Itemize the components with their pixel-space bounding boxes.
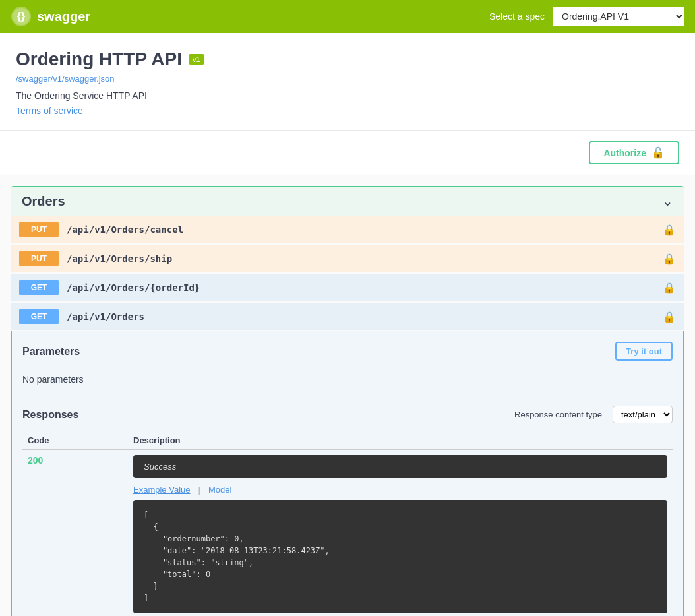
endpoint-path-ship: /api/v1/Orders/ship [67, 253, 663, 264]
logo: {} swagger [11, 6, 90, 27]
response-row-200: 200 Success Example Value | Model [ { "o… [22, 450, 673, 617]
header-right: Select a spec Ordering.API V1 [489, 7, 684, 26]
col-description-header: Description [128, 431, 673, 450]
code-sample-200: [ { "ordernumber": 0, "date": "2018-08-1… [133, 500, 667, 613]
example-value-tab[interactable]: Example Value [133, 485, 190, 495]
main-header: {} swagger Select a spec Ordering.API V1 [0, 0, 695, 33]
orders-section-header[interactable]: Orders ⌄ [11, 187, 684, 216]
response-code-200: 200 [28, 455, 43, 466]
orders-section: Orders ⌄ PUT /api/v1/Orders/cancel 🔒 PUT… [11, 186, 684, 616]
terms-of-service-link[interactable]: Terms of service [16, 106, 83, 116]
endpoint-path-cancel: /api/v1/Orders/cancel [67, 224, 663, 235]
try-it-out-button[interactable]: Try it out [615, 342, 673, 361]
endpoint-put-cancel[interactable]: PUT /api/v1/Orders/cancel 🔒 [11, 216, 684, 243]
api-title-text: Ordering HTTP API [16, 49, 182, 70]
authorize-button-label: Authorize [603, 148, 646, 158]
expanded-endpoint-content: Parameters Try it out No parameters Resp… [11, 331, 684, 616]
endpoint-get-orders[interactable]: GET /api/v1/Orders 🔒 [11, 303, 684, 330]
responses-section: Responses Response content type text/pla… [22, 406, 673, 616]
main-content: Orders ⌄ PUT /api/v1/Orders/cancel 🔒 PUT… [0, 175, 695, 616]
lock-icon: 🔓 [651, 146, 665, 159]
method-badge-put-cancel: PUT [19, 222, 59, 237]
select-spec-label: Select a spec [489, 11, 545, 22]
version-badge: v1 [189, 54, 204, 65]
spec-select[interactable]: Ordering.API V1 [553, 7, 684, 26]
orders-section-title: Orders [22, 194, 65, 209]
info-section: Ordering HTTP API v1 /swagger/v1/swagger… [0, 33, 695, 131]
method-badge-get-orders: GET [19, 309, 59, 324]
logo-text: swagger [37, 9, 90, 24]
method-badge-get-orderid: GET [19, 280, 59, 295]
col-code-header: Code [22, 431, 128, 450]
lock-icon-orders: 🔒 [663, 311, 676, 323]
endpoint-path-orders: /api/v1/Orders [67, 311, 663, 322]
response-desc-success: Success [133, 455, 667, 478]
api-description: The Ordering Service HTTP API [16, 90, 679, 101]
response-table: Code Description 200 Success [22, 431, 673, 616]
method-badge-put-ship: PUT [19, 251, 59, 266]
tab-separator: | [198, 485, 200, 495]
spec-url-link[interactable]: /swagger/v1/swagger.json [16, 74, 679, 84]
endpoint-get-orderid[interactable]: GET /api/v1/Orders/{orderId} 🔒 [11, 274, 684, 301]
lock-icon-ship: 🔒 [663, 253, 676, 265]
response-content-type-label: Response content type [514, 410, 602, 419]
endpoint-path-orderid: /api/v1/Orders/{orderId} [67, 282, 663, 293]
lock-icon-orderid: 🔒 [663, 282, 676, 294]
svg-text:{}: {} [17, 11, 25, 22]
parameters-header: Parameters Try it out [22, 342, 673, 361]
parameters-label: Parameters [22, 346, 80, 357]
orders-chevron-icon: ⌄ [662, 193, 673, 209]
response-content-type-container: Response content type text/plain [514, 406, 673, 423]
authorize-button[interactable]: Authorize 🔓 [589, 141, 679, 164]
api-title: Ordering HTTP API v1 [16, 49, 679, 70]
responses-label: Responses [22, 409, 78, 421]
endpoint-put-ship[interactable]: PUT /api/v1/Orders/ship 🔒 [11, 245, 684, 272]
lock-icon-cancel: 🔒 [663, 224, 676, 236]
content-type-select[interactable]: text/plain [613, 406, 673, 423]
responses-header: Responses Response content type text/pla… [22, 406, 673, 423]
example-tabs: Example Value | Model [133, 485, 667, 495]
model-tab[interactable]: Model [208, 485, 231, 495]
authorize-section: Authorize 🔓 [0, 131, 695, 175]
swagger-logo-icon: {} [11, 6, 32, 27]
no-parameters-text: No parameters [22, 369, 673, 395]
